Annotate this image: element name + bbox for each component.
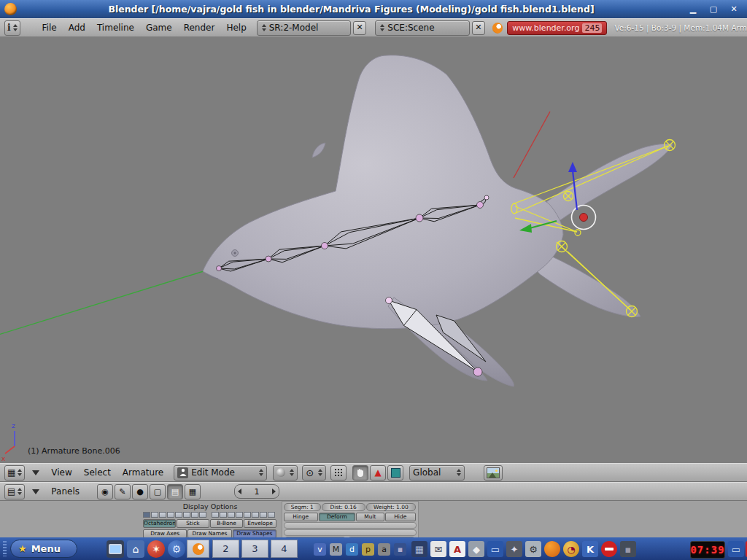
header-menu-collapse-icon[interactable] (32, 470, 39, 475)
buttons-panel-area[interactable]: Display Options Octahedron (0, 501, 747, 537)
armature-layer-toggle[interactable] (236, 512, 243, 518)
tray-icon[interactable]: ▭ (487, 541, 503, 557)
taskbar-clock[interactable]: 07:39 (690, 541, 725, 559)
quicklaunch-monitor-icon[interactable] (107, 540, 124, 558)
manipulator-translate-button[interactable]: ▲ (370, 465, 386, 481)
menu-render[interactable]: Render (184, 23, 215, 33)
armature-layer-toggle[interactable] (212, 512, 219, 518)
armature-layer-toggle[interactable] (260, 512, 267, 518)
armature-layer-toggle[interactable] (228, 512, 235, 518)
frame-prev-icon[interactable] (238, 489, 241, 494)
bone-slider-field[interactable] (284, 529, 417, 536)
armature-layer-toggle[interactable] (191, 512, 198, 518)
frame-number-field[interactable]: 1 (234, 484, 279, 499)
snap-dots-button[interactable] (330, 465, 347, 481)
object-context-button[interactable]: ▢ (150, 484, 166, 499)
deform-toggle[interactable]: Deform (319, 513, 356, 521)
menu-view[interactable]: View (51, 467, 71, 478)
menu-add[interactable]: Add (69, 23, 85, 33)
tray-gear-icon[interactable]: ⚙ (525, 541, 541, 557)
editor-type-button[interactable]: ▦ (4, 465, 25, 481)
tray-icon[interactable]: ◆ (468, 541, 484, 557)
tray-icon[interactable]: M (330, 543, 342, 556)
draw-names-toggle[interactable]: Draw Names (187, 529, 231, 537)
menu-armature[interactable]: Armature (123, 467, 163, 478)
tray-icon[interactable]: a (378, 543, 390, 556)
tray-browser-icon[interactable] (544, 541, 560, 557)
mult-toggle[interactable]: Mult (356, 513, 384, 521)
hide-toggle[interactable]: Hide (385, 513, 416, 521)
shading-context-button[interactable]: ● (132, 484, 148, 499)
viewport-3d[interactable]: z x (1) Armature Bone.006 (0, 36, 747, 463)
manipulator-center-dot[interactable] (580, 214, 588, 222)
bone-slider-field[interactable] (284, 522, 417, 529)
tray-icon[interactable]: ▦ (411, 541, 427, 557)
armature-layer-toggle[interactable] (143, 512, 150, 518)
armature-layer-toggle[interactable] (175, 512, 182, 518)
armature-layer-toggle[interactable] (252, 512, 259, 518)
tray-no-entry-icon[interactable] (601, 541, 617, 557)
scene-context-button[interactable]: ▦ (185, 484, 201, 499)
start-menu-button[interactable]: ★ Menu (10, 540, 77, 558)
segments-field[interactable]: Segm: 1 (284, 503, 321, 511)
armature-layer-toggle[interactable] (183, 512, 190, 518)
armature-layer-toggle[interactable] (159, 512, 166, 518)
titlebar[interactable]: Blender [/home/vajra/gold fish in blende… (0, 0, 747, 18)
scene-unlink-button[interactable]: ✕ (472, 21, 485, 35)
workspace-4[interactable]: 4 (271, 540, 298, 558)
tray-icon[interactable]: v (314, 543, 326, 556)
tray-display-icon[interactable]: ▭ (728, 541, 744, 557)
render-preview-button[interactable] (484, 465, 503, 481)
menu-timeline[interactable]: Timeline (97, 23, 134, 33)
tray-icon[interactable]: ◔ (563, 541, 579, 557)
dist-field[interactable]: Dist: 0.16 (322, 503, 365, 511)
quicklaunch-app-icon[interactable]: ✶ (147, 540, 165, 558)
draw-axes-toggle[interactable]: Draw Axes (143, 529, 187, 537)
weblink-badge[interactable]: www.blender.org 245 (507, 21, 607, 35)
draw-shapes-toggle[interactable]: Draw Shapes (233, 529, 276, 537)
close-button[interactable]: ✕ (727, 4, 741, 15)
quicklaunch-home-icon[interactable]: ⌂ (127, 540, 144, 558)
armature-layer-toggle[interactable] (268, 512, 275, 518)
panel-grip[interactable] (3, 541, 7, 556)
armature-layer-toggle[interactable] (244, 512, 251, 518)
menu-select[interactable]: Select (84, 467, 111, 478)
tray-icon[interactable]: A (449, 541, 465, 557)
tray-mail-icon[interactable]: ✉ (430, 541, 446, 557)
menu-help[interactable]: Help (226, 23, 246, 33)
hinge-toggle[interactable]: Hinge (284, 513, 318, 521)
logic-context-button[interactable]: ◉ (97, 484, 113, 499)
weight-field[interactable]: Weight: 1.00 (366, 503, 416, 511)
workspace-2[interactable]: 2 (212, 540, 239, 558)
armature-layer-toggle[interactable] (220, 512, 227, 518)
menu-panels[interactable]: Panels (51, 486, 80, 497)
orientation-dropdown[interactable]: Global (409, 465, 465, 481)
manipulator-x-axis[interactable] (514, 112, 550, 178)
menu-game[interactable]: Game (146, 23, 172, 33)
mode-dropdown[interactable]: Edit Mode (174, 465, 267, 481)
editor-type-button[interactable]: ▤ (4, 484, 25, 499)
frame-next-icon[interactable] (272, 489, 276, 494)
armature-layer-toggle[interactable] (199, 512, 206, 518)
scene-selector[interactable]: SCE:Scene (375, 20, 469, 36)
envelope-toggle[interactable]: Envelope (244, 519, 276, 528)
tray-icon[interactable]: d (346, 543, 358, 556)
header-menu-collapse-icon[interactable] (32, 489, 39, 494)
pivot-dropdown[interactable]: ⊙ (302, 465, 326, 481)
minimize-button[interactable]: ▁ (686, 4, 700, 15)
tray-icon[interactable]: ▪ (620, 541, 636, 557)
octahedron-toggle[interactable]: Octahedron (143, 519, 176, 528)
script-context-button[interactable]: ✎ (115, 484, 131, 499)
workspace-3[interactable]: 3 (241, 540, 268, 558)
quicklaunch-browser-icon[interactable]: ⚙ (168, 540, 185, 558)
armature-layer-toggle[interactable] (167, 512, 174, 518)
tray-icon[interactable]: ✦ (506, 541, 522, 557)
screen-selector[interactable]: SR:2-Model (257, 20, 351, 36)
tray-icon[interactable]: K (582, 541, 598, 557)
menu-file[interactable]: File (42, 23, 57, 33)
draw-type-dropdown[interactable] (273, 465, 298, 481)
editor-type-button[interactable]: i (4, 20, 20, 36)
manipulator-scale-button[interactable] (387, 465, 403, 481)
app-icon[interactable] (4, 3, 17, 15)
tray-icon[interactable]: ▪ (394, 543, 406, 556)
